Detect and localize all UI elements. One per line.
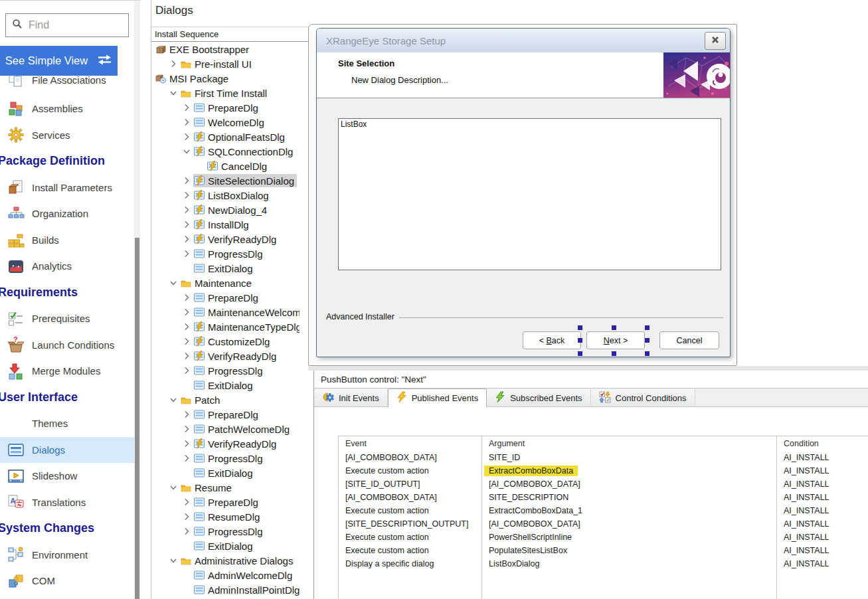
sidebar-item-dialogs[interactable]: Dialogs	[0, 437, 134, 464]
tree-item-exitdialog[interactable]: ExitDialog	[151, 378, 300, 392]
sidebar-item-themes[interactable]: Themes	[0, 410, 134, 437]
chevron-collapsed-icon[interactable]	[181, 131, 193, 142]
tree-item-progressdlg[interactable]: ProgressDlg	[151, 524, 300, 539]
chevron-expanded-icon[interactable]	[168, 394, 180, 405]
tree-item-verifyreadydlg[interactable]: VerifyReadyDlg	[151, 349, 300, 363]
table-row[interactable]: Execute custom actionPopulateSitesListBo…	[339, 544, 868, 557]
selection-handle[interactable]	[645, 325, 650, 330]
sidebar-item-slideshow[interactable]: Slideshow	[0, 463, 134, 489]
chevron-collapsed-icon[interactable]	[181, 175, 193, 186]
tree-item-resume[interactable]: Resume	[151, 480, 300, 495]
table-row[interactable]: [SITE_ID_OUTPUT][AI_COMBOBOX_DATA]AI_INS…	[339, 477, 868, 491]
chevron-collapsed-icon[interactable]	[181, 336, 193, 347]
tree-item-preparedlg[interactable]: PrepareDlg	[151, 100, 300, 115]
tree-item-exitdialog[interactable]: ExitDialog	[151, 539, 300, 553]
chevron-collapsed-icon[interactable]	[181, 248, 193, 259]
chevron-collapsed-icon[interactable]	[181, 511, 193, 522]
sidebar-item-file-associations[interactable]: File Associations	[0, 76, 134, 96]
table-row[interactable]: [AI_COMBOBOX_DATA]SITE_IDAI_INSTALL	[339, 451, 868, 464]
sidebar-item-organization[interactable]: Organization	[0, 201, 134, 227]
tree-item-welcomedlg[interactable]: WelcomeDlg	[151, 115, 300, 129]
tree-item-maintenancewelcomedlg[interactable]: MaintenanceWelcomeDlg	[151, 305, 300, 319]
chevron-collapsed-icon[interactable]	[181, 190, 193, 201]
chevron-collapsed-icon[interactable]	[168, 58, 180, 69]
panel-splitter[interactable]	[308, 366, 868, 371]
table-row[interactable]: Execute custom actionExtractComboBoxData…	[339, 504, 868, 517]
tree-item-preparedlg[interactable]: PrepareDlg	[151, 407, 300, 422]
tree-item-patchwelcomedlg[interactable]: PatchWelcomeDlg	[151, 422, 300, 436]
table-row[interactable]: Execute custom actionPowerShellScriptInl…	[339, 531, 868, 544]
selection-handle[interactable]	[612, 351, 616, 356]
tree-item-maintenance[interactable]: Maintenance	[151, 276, 300, 290]
sidebar-item-merge-modules[interactable]: Merge Modules	[0, 358, 134, 385]
selection-handle[interactable]	[578, 351, 582, 356]
table-row[interactable]: Display a specific dialogListBoxDialogAI…	[339, 557, 868, 570]
close-button[interactable]	[705, 32, 726, 50]
find-search-box[interactable]	[5, 13, 129, 37]
tree-item-resumedlg[interactable]: ResumeDlg	[151, 509, 300, 524]
search-input[interactable]	[27, 19, 116, 32]
sidebar-scrollbar-thumb[interactable]	[135, 238, 139, 599]
chevron-collapsed-icon[interactable]	[181, 438, 193, 449]
tab-init-events[interactable]: Init Events	[314, 389, 388, 406]
tree-item-adminwelcomedlg[interactable]: AdminWelcomeDlg	[151, 568, 300, 582]
table-row[interactable]: [SITE_DESCRIPTION_OUTPUT][AI_COMBOBOX_DA…	[339, 517, 868, 531]
chevron-collapsed-icon[interactable]	[181, 351, 193, 361]
sidebar-item-com[interactable]: COM	[0, 568, 134, 594]
table-row[interactable]: [AI_COMBOBOX_DATA]SITE_DESCRIPTIONAI_INS…	[339, 491, 868, 504]
chevron-collapsed-icon[interactable]	[181, 292, 193, 303]
chevron-collapsed-icon[interactable]	[181, 102, 193, 113]
chevron-expanded-icon[interactable]	[168, 555, 180, 566]
see-simple-view-button[interactable]: See Simple View	[0, 46, 118, 76]
tree-item-canceldlg[interactable]: CancelDlg	[151, 159, 300, 173]
selection-handle[interactable]	[578, 325, 582, 330]
chevron-expanded-icon[interactable]	[168, 278, 180, 288]
chevron-expanded-icon[interactable]	[168, 88, 180, 98]
sidebar-item-launch-conditions[interactable]: ?Launch Conditions	[0, 332, 134, 359]
tree-item-installdlg[interactable]: InstallDlg	[151, 217, 300, 232]
sidebar-item-builds[interactable]: Builds	[0, 227, 134, 254]
selection-handle[interactable]	[645, 338, 650, 343]
chevron-expanded-icon[interactable]	[181, 146, 193, 157]
sidebar-item-assemblies[interactable]: Assemblies	[0, 96, 134, 122]
selection-handle[interactable]	[645, 351, 650, 356]
tree-item-newdialog-4[interactable]: NewDialog_4	[151, 203, 300, 217]
chevron-collapsed-icon[interactable]	[181, 205, 193, 215]
tree-item-progressdlg[interactable]: ProgressDlg	[151, 363, 300, 378]
tree-item-preparedlg[interactable]: PrepareDlg	[151, 290, 300, 305]
chevron-collapsed-icon[interactable]	[181, 409, 193, 420]
tree-item-pre-install-ui[interactable]: Pre-install UI	[151, 56, 300, 71]
chevron-collapsed-icon[interactable]	[181, 497, 193, 507]
tree-item-maintenancetypedlg[interactable]: MaintenanceTypeDlg	[151, 319, 300, 334]
tree-item-progressdlg[interactable]: ProgressDlg	[151, 451, 300, 466]
tree-item-customizedlg[interactable]: CustomizeDlg	[151, 334, 300, 349]
chevron-collapsed-icon[interactable]	[181, 424, 193, 434]
tree-item-msi-package[interactable]: MSI Package	[151, 71, 300, 86]
column-header-condition[interactable]: Condition	[777, 436, 868, 451]
tree-item-admininstallpointdlg[interactable]: AdminInstallPointDlg	[151, 582, 300, 597]
tree-item-first-time-install[interactable]: First Time Install	[151, 86, 300, 100]
next-button[interactable]: Next >	[586, 331, 645, 349]
sidebar-item-analytics[interactable]: Analytics	[0, 253, 134, 280]
tree-item-optionalfeatsdlg[interactable]: OptionalFeatsDlg	[151, 129, 300, 144]
chevron-collapsed-icon[interactable]	[181, 307, 193, 317]
column-header-argument[interactable]: Argument	[482, 436, 777, 451]
sidebar-item-environment[interactable]: Environment	[0, 542, 134, 568]
chevron-collapsed-icon[interactable]	[181, 365, 193, 376]
selection-handle[interactable]	[578, 338, 582, 343]
sidebar-item-prerequisites[interactable]: Prerequisites	[0, 305, 134, 332]
tree-item-listboxdialog[interactable]: ListBoxDialog	[151, 188, 300, 203]
chevron-collapsed-icon[interactable]	[181, 321, 193, 332]
sidebar-item-install-parameters[interactable]: Install Parameters	[0, 175, 134, 201]
tree-item-preparedlg[interactable]: PrepareDlg	[151, 495, 300, 509]
tree-item-siteselectiondialog[interactable]: SiteSelectionDialog	[151, 173, 300, 188]
sidebar-item-services[interactable]: Services	[0, 122, 134, 149]
selection-handle[interactable]	[612, 325, 616, 330]
column-header-event[interactable]: Event	[339, 436, 482, 451]
back-button[interactable]: < Back	[523, 331, 581, 349]
tree-item-sqlconnectiondlg[interactable]: SQLConnectionDlg	[151, 144, 300, 159]
chevron-collapsed-icon[interactable]	[181, 234, 193, 244]
tab-published-events[interactable]: Published Events	[388, 388, 487, 407]
chevron-collapsed-icon[interactable]	[181, 117, 193, 128]
chevron-collapsed-icon[interactable]	[181, 219, 193, 230]
